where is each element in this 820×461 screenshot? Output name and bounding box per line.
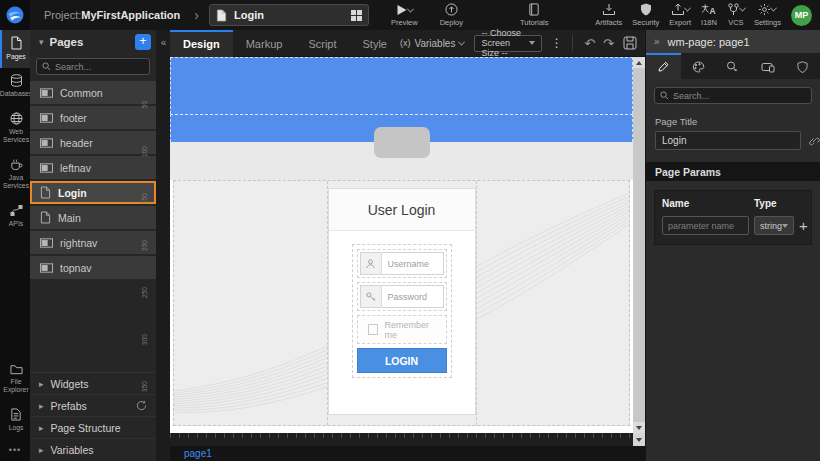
- book-icon: [528, 3, 540, 16]
- sidebar-item-databases[interactable]: Databases: [0, 68, 30, 105]
- password-field[interactable]: Password: [360, 285, 444, 308]
- folder-icon: [10, 364, 23, 375]
- deploy-button[interactable]: Deploy: [440, 3, 463, 27]
- database-icon: [10, 74, 23, 87]
- partial-icon: [40, 113, 53, 123]
- i18n-button[interactable]: A I18N: [701, 3, 717, 27]
- login-form[interactable]: Username: [352, 244, 452, 378]
- vcs-button[interactable]: VCS: [727, 3, 745, 27]
- open-page-tab[interactable]: Login: [209, 4, 369, 26]
- username-row: Username: [357, 249, 447, 278]
- tab-devices[interactable]: [750, 53, 785, 79]
- user-avatar[interactable]: MP: [791, 5, 812, 26]
- page-title-label: Page Title: [646, 114, 820, 131]
- canvas-vertical-scrollbar[interactable]: [633, 57, 645, 433]
- page-item-login-selected[interactable]: Login: [30, 181, 156, 204]
- canvas-column: Design Markup Script Style (x) Variables…: [170, 30, 645, 461]
- login-card[interactable]: User Login: [328, 188, 476, 415]
- project-label: Project:MyFirstApplication: [44, 9, 180, 21]
- tab-style[interactable]: Style: [350, 30, 400, 57]
- canvas-left-gutter: « 50 100 150 200 250 300 350: [157, 30, 170, 461]
- tab-script[interactable]: Script: [295, 30, 349, 57]
- section-page-structure[interactable]: ▸ Page Structure: [30, 417, 156, 439]
- page-subheader[interactable]: [170, 142, 633, 180]
- pages-search: [36, 58, 150, 75]
- page-item-main[interactable]: Main: [30, 206, 156, 229]
- variables-dropdown[interactable]: (x) Variables: [400, 38, 464, 49]
- save-button[interactable]: [623, 36, 637, 50]
- sidebar-item-pages[interactable]: Pages: [0, 30, 30, 68]
- bind-link-icon[interactable]: [808, 135, 820, 147]
- param-name-input[interactable]: [662, 216, 749, 235]
- tab-markup[interactable]: Markup: [233, 30, 296, 57]
- redo-button[interactable]: ↷: [603, 36, 614, 51]
- save-icon: [623, 36, 637, 50]
- breadcrumb-chevron-icon: ›: [194, 7, 199, 23]
- add-param-button[interactable]: +: [799, 218, 808, 233]
- section-widgets[interactable]: ▸ Widgets: [30, 373, 156, 395]
- scroll-up-button[interactable]: [633, 57, 645, 68]
- wavemaker-studio: Project:MyFirstApplication › Login Previ…: [0, 0, 820, 461]
- page-content-area[interactable]: User Login: [173, 180, 630, 426]
- page-item-header[interactable]: header: [30, 131, 156, 154]
- security-button[interactable]: Security: [632, 3, 659, 27]
- properties-search-input[interactable]: [673, 91, 806, 101]
- section-prefabs[interactable]: ▸ Prefabs: [30, 395, 156, 417]
- tab-events[interactable]: [716, 53, 751, 79]
- search-icon: [42, 62, 51, 71]
- sidebar-item-apis[interactable]: APIs: [0, 198, 30, 235]
- design-canvas[interactable]: User Login: [170, 57, 633, 433]
- tutorials-button[interactable]: Tutorials: [520, 3, 548, 27]
- more-options-button[interactable]: •••: [0, 439, 30, 461]
- export-button[interactable]: Export: [669, 3, 691, 27]
- tab-security[interactable]: [785, 53, 820, 79]
- artifacts-button[interactable]: Artifacts: [595, 3, 622, 27]
- page-item-rightnav[interactable]: rightnav: [30, 231, 156, 254]
- canvas-more-menu[interactable]: ⋮: [551, 36, 563, 50]
- active-page-link[interactable]: page1: [184, 448, 212, 459]
- sidebar-item-web-services[interactable]: Web Services: [0, 106, 30, 152]
- scroll-down-button[interactable]: [633, 422, 645, 433]
- collapse-left-panel-button[interactable]: «: [161, 30, 167, 57]
- horizontal-ruler: [170, 433, 645, 446]
- search-icon: [660, 91, 669, 100]
- page-params-table: Name Type string +: [654, 190, 812, 245]
- page-item-topnav[interactable]: topnav: [30, 256, 156, 279]
- screen-size-select[interactable]: -- Choose Screen Size --: [474, 35, 541, 52]
- api-icon: [10, 204, 23, 217]
- refresh-icon[interactable]: [136, 400, 147, 411]
- partial-icon: [40, 88, 53, 98]
- tab-properties[interactable]: [646, 53, 681, 79]
- add-page-button[interactable]: +: [135, 34, 151, 50]
- undo-button[interactable]: ↶: [584, 36, 595, 51]
- settings-button[interactable]: Settings: [754, 3, 781, 27]
- pages-collapse-caret[interactable]: ▾: [39, 37, 44, 47]
- scroll-right-button[interactable]: [633, 433, 645, 446]
- open-page-tab-label: Login: [234, 9, 344, 21]
- page-item-footer[interactable]: footer: [30, 106, 156, 129]
- username-field[interactable]: Username: [360, 252, 444, 275]
- pages-search-input[interactable]: [55, 62, 144, 72]
- preview-button[interactable]: Preview: [391, 4, 418, 27]
- sidebar-item-java-services[interactable]: Java Services: [0, 152, 30, 198]
- svg-text:A: A: [710, 6, 716, 16]
- partial-icon: [40, 163, 53, 173]
- param-type-select[interactable]: string: [754, 216, 794, 235]
- palette-icon: [692, 61, 705, 73]
- collapse-right-panel-button[interactable]: »: [654, 36, 660, 47]
- remember-checkbox[interactable]: [368, 324, 379, 335]
- tab-styles[interactable]: [681, 53, 716, 79]
- shield-outline-icon: [797, 61, 808, 73]
- tab-design[interactable]: Design: [170, 30, 233, 57]
- page-item-common[interactable]: Common: [30, 81, 156, 104]
- sidebar-item-logs[interactable]: Logs: [0, 402, 30, 439]
- wavemaker-logo[interactable]: [0, 0, 30, 30]
- column-name: Name: [662, 198, 754, 209]
- login-button[interactable]: LOGIN: [357, 348, 447, 373]
- grid-icon[interactable]: [351, 10, 362, 21]
- sidebar-item-file-explorer[interactable]: File Explorer: [0, 358, 30, 402]
- logo-placeholder[interactable]: [374, 127, 430, 158]
- page-title-input[interactable]: [655, 131, 801, 150]
- section-variables[interactable]: ▸ Variables: [30, 439, 156, 461]
- page-item-leftnav[interactable]: leftnav: [30, 156, 156, 179]
